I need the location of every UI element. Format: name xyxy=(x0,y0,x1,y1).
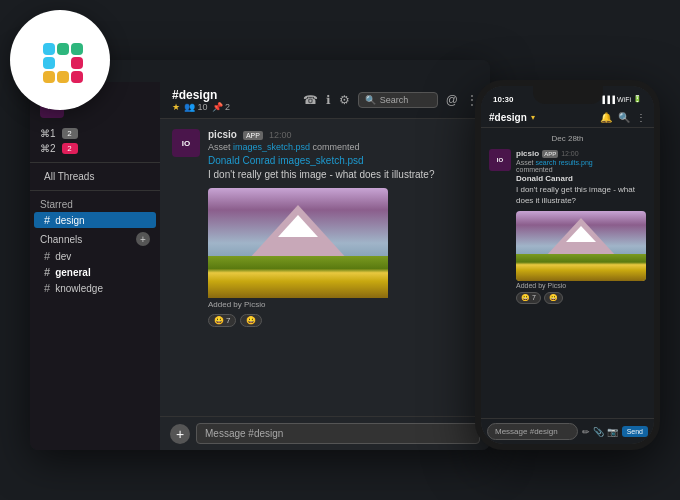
mountain-shape xyxy=(248,205,348,260)
phone-status-icons: ▐▐▐ WiFi 🔋 xyxy=(600,95,642,103)
phone-message-input[interactable]: Message #design xyxy=(487,423,578,440)
message-header: picsio APP 12:00 xyxy=(208,129,478,140)
shortcut-cmd1[interactable]: ⌘1 2 xyxy=(30,126,160,141)
phone-mockup: 10:30 ▐▐▐ WiFi 🔋 #design ▾ 🔔 🔍 ⋮ Dec 28t… xyxy=(475,80,660,450)
phone-image-caption: Added by Picsio xyxy=(516,281,646,290)
sidebar-item-all-threads[interactable]: All Threads xyxy=(34,169,156,184)
phone-reply-sender: Donald Canard xyxy=(516,173,646,184)
phone-bell-icon[interactable]: 🔔 xyxy=(600,112,612,123)
settings-icon[interactable]: ⚙ xyxy=(339,93,350,107)
sender-name: picsio xyxy=(208,129,237,140)
phone-star-icon: ▾ xyxy=(531,113,535,122)
phone-channel-name: #design xyxy=(489,112,527,123)
reaction-add[interactable]: 😀 xyxy=(240,314,262,327)
phone-mountain-shape xyxy=(546,218,616,256)
svg-rect-7 xyxy=(71,71,83,83)
phone-asset: Asset search results.png xyxy=(516,159,646,166)
phone-camera-icon[interactable]: 📷 xyxy=(607,427,618,437)
phone-image-attachment xyxy=(516,211,646,281)
message-text: Donald Conrad images_sketch.psd I don't … xyxy=(208,154,478,182)
sidebar-divider-1 xyxy=(30,162,160,163)
asset-link[interactable]: images_sketch.psd xyxy=(233,142,310,152)
chat-title-area: #design ★ 👥 10 📌 2 xyxy=(172,88,230,112)
search-box[interactable]: 🔍 Search xyxy=(358,92,438,108)
hash-icon-dev: # xyxy=(44,250,50,262)
phone-icon[interactable]: ☎ xyxy=(303,93,318,107)
hash-icon-knowledge: # xyxy=(44,282,50,294)
phone-reaction-bar: 😀 7 😀 xyxy=(516,292,646,304)
svg-rect-2 xyxy=(57,43,69,55)
svg-rect-4 xyxy=(43,71,55,83)
add-attachment-button[interactable]: + xyxy=(170,424,190,444)
phone-time: 10:30 xyxy=(493,95,513,104)
phone-sender: picsio xyxy=(516,149,539,158)
svg-rect-0 xyxy=(43,43,55,55)
message-group: IO picsio APP 12:00 Asset images_sketch.… xyxy=(172,129,478,327)
phone-message-text: I don't really get this image - what doe… xyxy=(516,184,646,206)
phone-send-button[interactable]: Send xyxy=(622,426,648,437)
message-input-bar: + Message #design xyxy=(160,416,490,450)
main-chat-area: #design ★ 👥 10 📌 2 ☎ ℹ ⚙ 🔍 Search @ xyxy=(160,82,490,450)
phone-date-label: Dec 28th xyxy=(489,134,646,143)
svg-rect-5 xyxy=(57,71,69,83)
phone-header-icons: 🔔 🔍 ⋮ xyxy=(600,112,646,123)
phone-reaction-count[interactable]: 😀 7 xyxy=(516,292,541,304)
add-channel-button[interactable]: + xyxy=(136,232,150,246)
phone-chat-header: #design ▾ 🔔 🔍 ⋮ xyxy=(481,108,654,128)
sidebar-divider-2 xyxy=(30,190,160,191)
sidebar-item-general[interactable]: # general xyxy=(34,264,156,280)
at-icon[interactable]: @ xyxy=(446,93,458,107)
sidebar-item-dev[interactable]: # dev xyxy=(34,248,156,264)
phone-notch xyxy=(533,86,603,104)
phone-asset-action: commented xyxy=(516,166,646,173)
flowers-shape xyxy=(208,256,388,298)
sidebar-item-design[interactable]: # design xyxy=(34,212,156,228)
slack-logo xyxy=(10,10,110,110)
phone-channel-area: #design ▾ xyxy=(489,112,535,123)
image-placeholder xyxy=(208,188,388,298)
chat-subtitle: ★ 👥 10 📌 2 xyxy=(172,102,230,112)
phone-avatar: IO xyxy=(489,149,511,171)
desktop-app-window: IO ⌘1 2 ⌘2 2 All Threads Starred # xyxy=(30,60,490,450)
phone-input-icons: ✏ 📎 📷 xyxy=(582,427,618,437)
sidebar-channels-header: Channels + xyxy=(30,228,160,248)
phone-attach-icon[interactable]: 📎 xyxy=(593,427,604,437)
avatar: IO xyxy=(172,129,200,157)
phone-msg-header: picsio APP 12:00 xyxy=(516,149,646,158)
image-attachment: Added by Picsio xyxy=(208,188,388,311)
phone-msg-content: picsio APP 12:00 Asset search results.pn… xyxy=(516,149,646,304)
reaction-count[interactable]: 😀 7 xyxy=(208,314,236,327)
message-asset: Asset images_sketch.psd commented xyxy=(208,142,478,152)
reply-sender-link[interactable]: Donald Conrad xyxy=(208,155,275,166)
channel-title: #design xyxy=(172,88,230,102)
svg-rect-6 xyxy=(71,57,83,69)
phone-more-icon[interactable]: ⋮ xyxy=(636,112,646,123)
info-icon[interactable]: ℹ xyxy=(326,93,331,107)
svg-rect-3 xyxy=(71,43,83,55)
phone-asset-link[interactable]: search results.png xyxy=(535,159,592,166)
app-badge: APP xyxy=(243,131,263,140)
star-icon: ★ xyxy=(172,102,180,112)
reaction-bar: 😀 7 😀 xyxy=(208,314,478,327)
reply-link[interactable]: images_sketch.psd xyxy=(278,155,364,166)
phone-message-group: IO picsio APP 12:00 Asset search results… xyxy=(489,149,646,304)
phone-timestamp: 12:00 xyxy=(561,150,579,157)
sidebar-item-knowledge[interactable]: # knowledge xyxy=(34,280,156,296)
sidebar: IO ⌘1 2 ⌘2 2 All Threads Starred # xyxy=(30,82,160,450)
phone-image-bg xyxy=(516,211,646,281)
shortcut-cmd2[interactable]: ⌘2 2 xyxy=(30,141,160,156)
phone-screen: 10:30 ▐▐▐ WiFi 🔋 #design ▾ 🔔 🔍 ⋮ Dec 28t… xyxy=(481,86,654,444)
hash-icon: # xyxy=(44,214,50,226)
chat-header: #design ★ 👥 10 📌 2 ☎ ℹ ⚙ 🔍 Search @ xyxy=(160,82,490,119)
phone-flowers-shape xyxy=(516,254,646,281)
phone-edit-icon[interactable]: ✏ xyxy=(582,427,590,437)
phone-search-icon[interactable]: 🔍 xyxy=(618,112,630,123)
phone-reaction-add[interactable]: 😀 xyxy=(544,292,563,304)
phone-app-badge: APP xyxy=(542,150,558,158)
sidebar-starred-label: Starred xyxy=(30,197,160,212)
message-content: picsio APP 12:00 Asset images_sketch.psd… xyxy=(208,129,478,327)
message-input[interactable]: Message #design xyxy=(196,423,480,444)
hash-icon-general: # xyxy=(44,266,50,278)
chat-header-actions: ☎ ℹ ⚙ 🔍 Search @ ⋮ xyxy=(303,92,478,108)
phone-messages: Dec 28th IO picsio APP 12:00 Asset searc… xyxy=(481,128,654,418)
